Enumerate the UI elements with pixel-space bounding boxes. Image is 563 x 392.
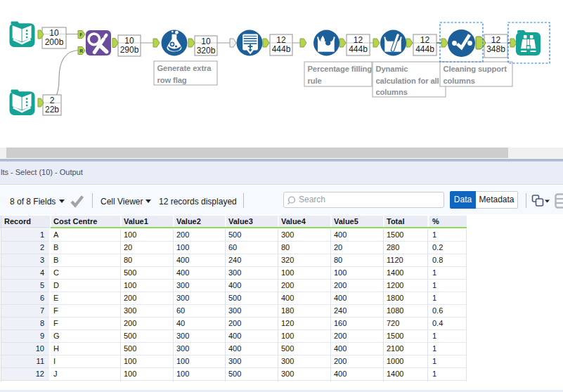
- svg-text:columns: columns: [444, 77, 475, 85]
- svg-text:444b: 444b: [415, 44, 434, 54]
- svg-text:12: 12: [276, 35, 286, 45]
- svg-text:row flag: row flag: [157, 76, 187, 84]
- svg-text:Percentage filling: Percentage filling: [308, 65, 373, 73]
- svg-text:290b: 290b: [120, 45, 139, 55]
- svg-text:444b: 444b: [349, 44, 368, 54]
- svg-text:22b: 22b: [45, 105, 59, 115]
- svg-text:12: 12: [491, 35, 501, 45]
- svg-text:10: 10: [124, 36, 134, 46]
- svg-text:F: F: [79, 32, 82, 37]
- svg-text:calculation for all: calculation for all: [376, 77, 439, 85]
- svg-text:2: 2: [50, 96, 55, 105]
- svg-text:348b: 348b: [486, 44, 505, 54]
- svg-text:320b: 320b: [197, 46, 216, 55]
- svg-text:columns: columns: [376, 88, 408, 96]
- svg-text:10: 10: [201, 37, 211, 46]
- svg-text:12: 12: [420, 35, 430, 45]
- svg-text:10: 10: [49, 28, 59, 38]
- svg-text:Dynamic: Dynamic: [376, 65, 408, 73]
- svg-text:Cleaning support: Cleaning support: [444, 65, 507, 73]
- svg-text:rule: rule: [308, 77, 322, 85]
- svg-text:444b: 444b: [272, 44, 291, 54]
- svg-text:Generate extra: Generate extra: [157, 64, 212, 72]
- svg-text:R: R: [79, 48, 83, 53]
- svg-text:200b: 200b: [45, 37, 64, 47]
- svg-text:12: 12: [354, 35, 363, 45]
